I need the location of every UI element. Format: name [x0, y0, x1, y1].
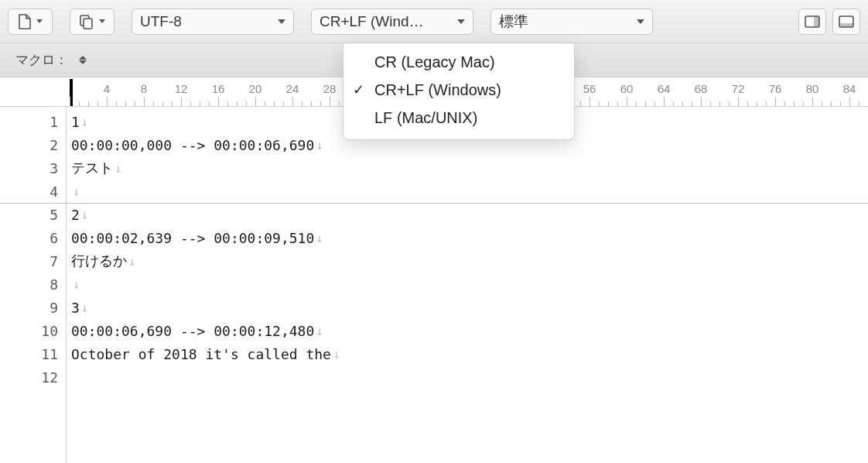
chevron-down-icon: [278, 19, 285, 24]
newline-marker-icon: ↓: [73, 184, 80, 199]
line-text: 3: [71, 300, 80, 316]
ruler-number: 56: [583, 82, 596, 95]
chevron-down-icon: [36, 19, 43, 23]
line-ending-option[interactable]: LF (Mac/UNIX): [343, 104, 574, 132]
line-text: 00:00:00,000 --> 00:00:06,690: [71, 137, 314, 153]
editor-line[interactable]: 3↓: [67, 296, 868, 319]
ruler-number: 64: [658, 82, 671, 95]
line-text: 行けるか: [71, 252, 127, 270]
encoding-dropdown[interactable]: UTF-8: [132, 9, 294, 35]
line-number: 2: [0, 133, 66, 156]
newline-marker-icon: ↓: [81, 207, 89, 222]
newline-marker-icon: ↓: [316, 138, 323, 153]
editor-line[interactable]: October of 2018 it's called the↓: [67, 342, 868, 365]
ruler-number: 68: [695, 82, 708, 95]
line-number: 4: [0, 180, 66, 203]
ruler-number: 60: [620, 82, 634, 95]
sidebar-right-icon: [805, 15, 820, 28]
ruler-number: 84: [843, 82, 856, 95]
ruler-number: 20: [249, 82, 262, 95]
editor-content[interactable]: 1↓00:00:00,000 --> 00:00:06,690↓テスト↓↓2↓0…: [67, 107, 868, 463]
new-document-button[interactable]: [8, 9, 53, 35]
line-number: 9: [0, 296, 66, 319]
ruler-number: 12: [175, 82, 188, 95]
line-text: October of 2018 it's called the: [71, 346, 331, 362]
editor-line[interactable]: テスト↓: [67, 156, 868, 180]
newline-marker-icon: ↓: [128, 254, 136, 269]
toggle-sidebar-button[interactable]: [798, 9, 826, 35]
line-text: 00:00:06,690 --> 00:00:12,480: [71, 323, 314, 339]
newline-marker-icon: ↓: [333, 347, 340, 362]
newline-marker-icon: ↓: [73, 277, 80, 292]
svg-rect-3: [814, 16, 819, 27]
check-icon: ✓: [353, 81, 364, 98]
menu-item-label: LF (Mac/UNIX): [374, 109, 477, 127]
syntax-label: 標準: [499, 12, 630, 32]
menu-item-label: CR (Legacy Mac): [374, 53, 495, 71]
chevron-down-icon: [99, 19, 105, 23]
ruler-number: 8: [141, 82, 147, 95]
ruler-number: 24: [286, 82, 299, 95]
editor-line[interactable]: 00:00:06,690 --> 00:00:12,480↓: [67, 319, 868, 342]
document-icon: [18, 14, 32, 29]
macro-sort-toggle[interactable]: [79, 56, 87, 64]
line-ending-dropdown[interactable]: CR+LF (Wind…: [311, 9, 473, 35]
line-ending-label: CR+LF (Wind…: [320, 13, 451, 30]
editor-line[interactable]: ↓: [67, 180, 868, 203]
sort-up-icon: [79, 56, 87, 60]
ruler-number: 76: [769, 82, 782, 95]
line-number: 5: [0, 203, 66, 226]
line-number: 1: [0, 110, 66, 133]
editor-line[interactable]: [67, 365, 868, 389]
toolbar: UTF-8 CR+LF (Wind… 標準: [0, 0, 868, 43]
line-ending-option[interactable]: ✓CR+LF (Windows): [343, 76, 574, 104]
line-number: 10: [0, 319, 66, 342]
svg-rect-5: [839, 23, 853, 27]
line-number: 7: [0, 249, 66, 273]
editor-line[interactable]: 00:00:02,639 --> 00:00:09,510↓: [67, 226, 868, 249]
menu-item-label: CR+LF (Windows): [374, 81, 501, 99]
newline-marker-icon: ↓: [81, 300, 89, 315]
line-ending-option[interactable]: CR (Legacy Mac): [343, 48, 574, 76]
svg-rect-1: [84, 19, 92, 29]
line-number: 6: [0, 226, 66, 249]
line-ending-menu: CR (Legacy Mac)✓CR+LF (Windows)LF (Mac/U…: [343, 43, 575, 140]
line-text: 1: [71, 114, 80, 130]
ruler-number: 28: [323, 82, 337, 95]
encoding-label: UTF-8: [140, 13, 272, 30]
sort-down-icon: [79, 60, 87, 64]
editor-line[interactable]: 2↓: [67, 203, 868, 226]
macro-label: マクロ：: [15, 51, 68, 69]
line-number: 3: [0, 156, 66, 180]
syntax-dropdown[interactable]: 標準: [490, 9, 653, 35]
newline-marker-icon: ↓: [316, 324, 323, 338]
editor-line[interactable]: 行けるか↓: [67, 249, 868, 273]
line-text: 2: [71, 207, 80, 223]
ruler-number: 4: [104, 82, 110, 95]
chevron-down-icon: [637, 19, 644, 24]
newline-marker-icon: ↓: [114, 161, 122, 176]
line-text: 00:00:02,639 --> 00:00:09,510: [71, 230, 314, 246]
ruler-number: 72: [732, 82, 745, 95]
newline-marker-icon: ↓: [316, 231, 323, 245]
newline-marker-icon: ↓: [81, 115, 89, 129]
line-text: テスト: [71, 159, 113, 177]
panel-bottom-icon: [839, 15, 854, 28]
line-number: 8: [0, 273, 66, 296]
copy-icon: [79, 14, 94, 29]
chevron-down-icon: [457, 19, 465, 24]
toggle-bottom-panel-button[interactable]: [832, 9, 860, 35]
editor-line[interactable]: ↓: [67, 273, 868, 296]
ruler-number: 16: [212, 82, 225, 95]
ruler-number: 80: [806, 82, 819, 95]
line-number: 12: [0, 365, 66, 389]
line-number: 11: [0, 342, 66, 365]
copy-button[interactable]: [70, 9, 114, 35]
editor[interactable]: 123456789101112 1↓00:00:00,000 --> 00:00…: [0, 107, 868, 463]
line-number-gutter: 123456789101112: [0, 107, 67, 463]
editor-inner-divider: [0, 203, 868, 204]
